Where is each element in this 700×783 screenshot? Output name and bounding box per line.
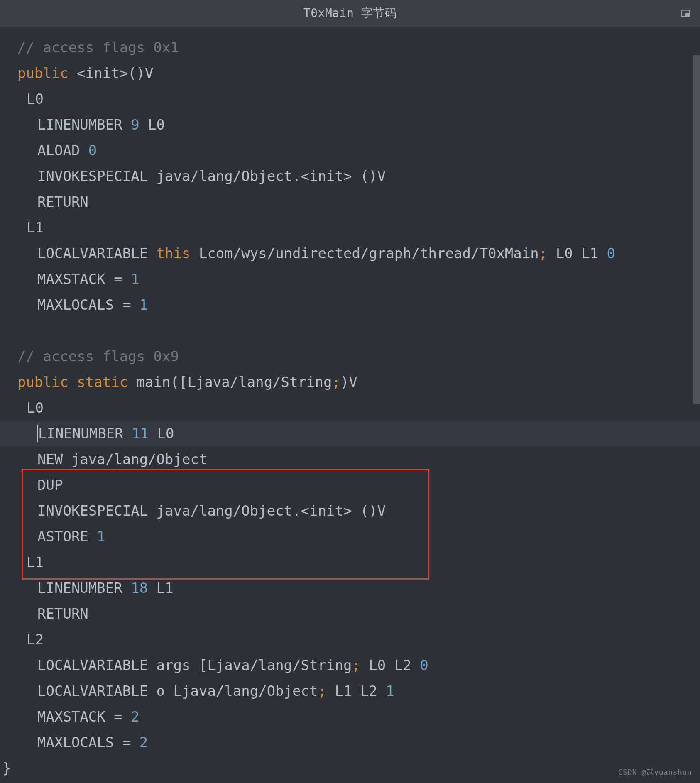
code-text: NEW java/lang/Object: [37, 451, 207, 467]
code-line: [0, 318, 700, 343]
code-line: DUP: [0, 472, 700, 498]
code-line: public <init>()V: [0, 60, 700, 86]
panel-toggle-icon[interactable]: [680, 8, 691, 19]
number: 1: [386, 683, 394, 699]
code-line: RETURN: [0, 189, 700, 215]
number: 2: [131, 708, 139, 725]
scrollbar-vertical[interactable]: [693, 27, 700, 783]
code-text: L0 L2: [360, 657, 420, 673]
code-line: RETURN: [0, 601, 700, 626]
code-line: INVOKESPECIAL java/lang/Object.<init> ()…: [0, 163, 700, 189]
comment-text: // access flags 0x9: [17, 348, 179, 365]
code-line: ASTORE 1: [0, 524, 700, 549]
code-text: INVOKESPECIAL java/lang/Object.<init> ()…: [37, 502, 386, 519]
number: 2: [140, 734, 148, 751]
svg-rect-1: [685, 13, 690, 17]
number: 0: [420, 657, 428, 673]
number: 11: [132, 425, 149, 442]
number: 1: [131, 271, 139, 287]
code-line: LINENUMBER 18 L1: [0, 575, 700, 601]
label: L0: [27, 399, 44, 416]
code-text: MAXLOCALS =: [37, 296, 140, 313]
number: 0: [607, 245, 615, 262]
code-text: INVOKESPECIAL java/lang/Object.<init> ()…: [37, 168, 386, 184]
code-text: <init>()V: [77, 65, 153, 81]
code-line: ALOAD 0: [0, 137, 700, 163]
code-body: // access flags 0x1 public <init>()V L0 …: [0, 27, 700, 781]
keyword: public: [17, 374, 77, 390]
code-text: ALOAD: [37, 142, 88, 159]
code-text: )V: [340, 374, 357, 390]
code-text: L0: [149, 425, 174, 442]
code-line: LOCALVARIABLE o Ljava/lang/Object; L1 L2…: [0, 678, 700, 704]
titlebar: T0xMain 字节码: [0, 0, 700, 27]
code-line: }: [0, 755, 700, 781]
label: L2: [27, 631, 44, 648]
code-text: ASTORE: [37, 528, 97, 545]
scrollbar-thumb[interactable]: [693, 55, 700, 404]
label: L1: [27, 554, 44, 570]
code-line: MAXLOCALS = 1: [0, 292, 700, 318]
number: 1: [140, 296, 148, 313]
keyword: this: [157, 245, 191, 262]
punct: ;: [539, 245, 547, 262]
punct: ;: [332, 374, 340, 390]
code-text: MAXLOCALS =: [37, 734, 140, 751]
code-text: LINENUMBER: [37, 580, 131, 596]
bytecode-viewer-window: T0xMain 字节码 // access flags 0x1 public <…: [0, 0, 700, 783]
code-text: LOCALVARIABLE o Ljava/lang/Object: [37, 683, 318, 699]
code-text: L0: [140, 116, 165, 133]
code-text: MAXSTACK =: [37, 708, 131, 725]
code-line: L2: [0, 626, 700, 652]
code-line: LOCALVARIABLE this Lcom/wys/undirected/g…: [0, 240, 700, 266]
code-line: MAXSTACK = 1: [0, 266, 700, 292]
code-line: MAXLOCALS = 2: [0, 729, 700, 755]
keyword: public: [17, 65, 77, 81]
code-line: L0: [0, 395, 700, 421]
number: 1: [97, 528, 105, 545]
code-text: RETURN: [37, 605, 88, 622]
number: 0: [88, 142, 97, 159]
comment-text: // access flags 0x1: [17, 39, 179, 56]
window-title: T0xMain 字节码: [303, 5, 397, 21]
keyword: static: [77, 374, 136, 390]
code-text: L1 L2: [326, 683, 386, 699]
watermark-text: CSDN @武yuanshun: [618, 767, 692, 777]
code-line: // access flags 0x1: [0, 34, 700, 60]
code-text: LOCALVARIABLE args [Ljava/lang/String: [37, 657, 352, 673]
code-text: L1: [148, 580, 173, 596]
number: 9: [131, 116, 139, 133]
punct: ;: [318, 683, 326, 699]
code-line: LOCALVARIABLE args [Ljava/lang/String; L…: [0, 652, 700, 678]
code-line: L1: [0, 549, 700, 575]
code-line: L0: [0, 86, 700, 112]
code-line: LINENUMBER 9 L0: [0, 112, 700, 137]
code-text: LOCALVARIABLE: [37, 245, 157, 262]
code-line: public static main([Ljava/lang/String;)V: [0, 369, 700, 395]
code-line: INVOKESPECIAL java/lang/Object.<init> ()…: [0, 498, 700, 524]
code-text: main([Ljava/lang/String: [137, 374, 332, 390]
punct: ;: [352, 657, 360, 673]
code-line: // access flags 0x9: [0, 343, 700, 369]
code-line-current: LINENUMBER 11 L0: [0, 421, 700, 446]
code-text: LINENUMBER: [37, 116, 131, 133]
label: L1: [27, 219, 44, 236]
code-line: MAXSTACK = 2: [0, 704, 700, 729]
code-line: L1: [0, 215, 700, 240]
code-line: NEW java/lang/Object: [0, 446, 700, 472]
code-text: MAXSTACK =: [37, 271, 131, 287]
brace: }: [2, 760, 11, 776]
code-text: Lcom/wys/undirected/graph/thread/T0xMain: [190, 245, 538, 262]
number: 18: [131, 580, 148, 596]
code-text: L0 L1: [547, 245, 607, 262]
code-text: DUP: [37, 477, 63, 493]
label: L0: [27, 91, 44, 107]
code-text: RETURN: [37, 193, 88, 210]
code-editor[interactable]: // access flags 0x1 public <init>()V L0 …: [0, 27, 700, 783]
code-text: LINENUMBER: [38, 425, 132, 442]
